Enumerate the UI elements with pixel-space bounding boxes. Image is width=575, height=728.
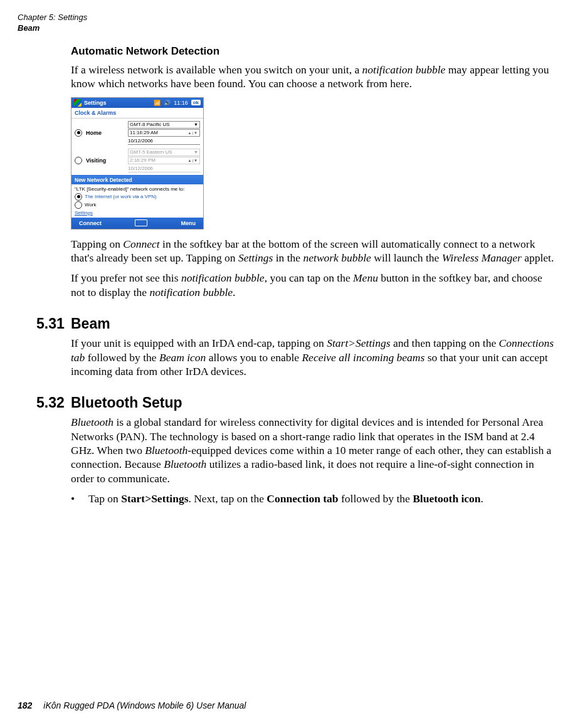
visiting-radio[interactable] <box>75 157 82 164</box>
menu-softkey[interactable]: Menu <box>181 220 196 226</box>
popup-message: "LTK [Security-enabled]" network connect… <box>75 186 200 193</box>
signal-icon: 📶 <box>154 100 161 106</box>
device-time: 11:16 <box>174 100 188 106</box>
beam-para: If your unit is equipped with an IrDA en… <box>71 336 554 378</box>
auto-para-1: If a wireless network is available when … <box>71 63 554 91</box>
bullet-icon: • <box>71 492 88 505</box>
device-titlebar: Settings 📶 🔊 11:16 ok <box>71 98 203 108</box>
home-radio[interactable] <box>75 129 82 137</box>
beam-heading-row: 5.31 Beam <box>36 315 554 332</box>
bluetooth-section-title: Bluetooth Setup <box>71 394 182 411</box>
ok-button[interactable]: ok <box>191 100 201 105</box>
start-flag-icon <box>74 99 82 107</box>
bluetooth-para: Bluetooth is a global standard for wirel… <box>71 415 554 485</box>
visiting-time-spinner[interactable]: 2:16:29 PM▲|▼ <box>128 157 200 164</box>
auto-network-heading: Automatic Network Detection <box>71 45 554 58</box>
book-title: iKôn Rugged PDA (Windows Mobile 6) User … <box>43 700 246 710</box>
header-section: Beam <box>18 23 557 34</box>
internet-option: The Internet (or work via a VPN) <box>85 194 157 200</box>
connect-softkey[interactable]: Connect <box>79 220 102 226</box>
settings-link[interactable]: Settings <box>75 210 93 216</box>
speaker-icon: 🔊 <box>164 100 171 106</box>
home-date-field[interactable]: 10/12/2006 <box>128 137 200 145</box>
spinner-arrows-icon: ▲|▼ <box>188 131 198 135</box>
header-chapter: Chapter 5: Settings <box>18 13 557 23</box>
page-number: 182 <box>18 700 32 710</box>
running-header: Chapter 5: Settings Beam <box>18 13 557 34</box>
clock-alarms-tab[interactable]: Clock & Alarms <box>71 108 203 119</box>
chevron-down-icon: ▼ <box>194 122 198 127</box>
device-screenshot: Settings 📶 🔊 11:16 ok Clock & Alarms Hom… <box>71 97 204 229</box>
visiting-tz-dropdown[interactable]: GMT-5 Eastern US▼ <box>128 149 200 156</box>
beam-section-number: 5.31 <box>36 315 71 332</box>
auto-para-3: If you prefer not see this notification … <box>71 271 554 299</box>
home-tz-dropdown[interactable]: GMT-8 Pacific US▼ <box>128 121 200 129</box>
home-time-spinner[interactable]: 11:16:29 AM▲|▼ <box>128 129 200 137</box>
work-radio[interactable] <box>75 201 82 209</box>
network-popup: New Network Detected "LTK [Security-enab… <box>71 175 203 218</box>
page-footer: 182iKôn Rugged PDA (Windows Mobile 6) Us… <box>18 700 246 710</box>
spinner-arrows-icon: ▲|▼ <box>188 159 198 162</box>
bluetooth-bullet: • Tap on Start>Settings. Next, tap on th… <box>71 492 554 505</box>
beam-section-title: Beam <box>71 315 110 332</box>
popup-title: New Network Detected <box>71 176 203 184</box>
internet-radio[interactable] <box>75 193 82 201</box>
visiting-date-field[interactable]: 10/12/2006 <box>128 165 200 172</box>
softkey-bar: Connect Menu <box>71 218 203 229</box>
device-title: Settings <box>84 100 107 106</box>
auto-para-2: Tapping on Connect in the softkey bar at… <box>71 237 554 265</box>
home-label: Home <box>86 130 102 136</box>
chevron-down-icon: ▼ <box>194 150 198 154</box>
bluetooth-heading-row: 5.32 Bluetooth Setup <box>36 394 554 411</box>
work-option: Work <box>85 202 97 208</box>
visiting-label: Visiting <box>86 157 106 164</box>
keyboard-icon[interactable] <box>135 219 147 226</box>
bluetooth-section-number: 5.32 <box>36 394 71 411</box>
